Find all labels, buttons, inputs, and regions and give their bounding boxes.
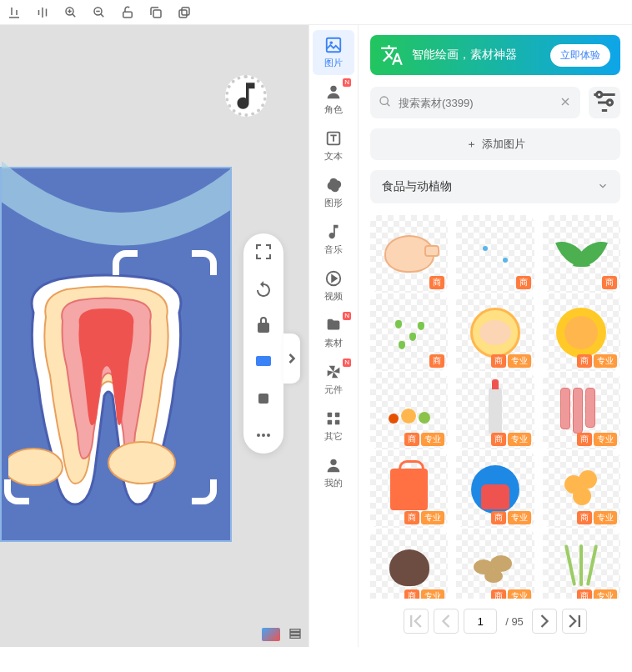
image-icon bbox=[324, 36, 343, 54]
zoom-out-icon[interactable] bbox=[92, 5, 107, 20]
svg-point-11 bbox=[262, 434, 265, 437]
nav-item-text[interactable]: 文本 bbox=[313, 123, 354, 168]
filter-button[interactable] bbox=[589, 87, 620, 118]
asset-item[interactable]: 商专业 bbox=[543, 450, 620, 528]
add-image-button[interactable]: ＋ 添加图片 bbox=[370, 128, 620, 160]
rotate-icon[interactable] bbox=[253, 278, 273, 298]
asset-item[interactable]: 商专业 bbox=[456, 293, 534, 371]
asset-badge: 商 bbox=[429, 276, 444, 289]
nav-item-role[interactable]: 角色N bbox=[313, 77, 354, 122]
svg-rect-8 bbox=[256, 356, 271, 366]
pinwheel-icon bbox=[324, 363, 343, 381]
expand-handle[interactable] bbox=[283, 333, 300, 384]
page-last-button[interactable] bbox=[562, 609, 587, 634]
nav-item-video[interactable]: 视频 bbox=[313, 263, 354, 308]
top-toolbar bbox=[0, 0, 632, 25]
asset-item[interactable]: 商专业 bbox=[370, 529, 448, 599]
page-first-button[interactable] bbox=[404, 609, 429, 634]
align-bottom-icon[interactable] bbox=[7, 5, 22, 20]
asset-item[interactable]: 商 bbox=[370, 293, 448, 371]
timeline-bar bbox=[0, 624, 308, 645]
asset-item[interactable]: 商专业 bbox=[456, 372, 534, 449]
svg-rect-22 bbox=[335, 413, 340, 418]
asset-item[interactable]: 商 bbox=[456, 215, 534, 293]
asset-badge: 商 bbox=[491, 511, 506, 524]
scene-thumb-icon[interactable] bbox=[262, 628, 280, 641]
asset-item[interactable]: 商专业 bbox=[456, 529, 534, 599]
banner-cta-button[interactable]: 立即体验 bbox=[550, 44, 610, 67]
asset-badge: 商 bbox=[577, 589, 592, 599]
align-center-v-icon[interactable] bbox=[35, 5, 50, 20]
asset-badge: 商 bbox=[491, 433, 506, 446]
page-total: / 95 bbox=[502, 615, 527, 628]
ai-banner: 智能绘画，素材神器 立即体验 bbox=[370, 35, 620, 75]
asset-grid: 商商商商商专业商专业商专业商专业商专业商专业商专业商专业商专业商专业商专业 bbox=[370, 215, 620, 599]
asset-badge: 专业 bbox=[421, 511, 444, 524]
svg-point-27 bbox=[597, 92, 602, 97]
asset-badge: 商 bbox=[404, 511, 419, 524]
nav-item-mine[interactable]: 我的 bbox=[313, 450, 354, 495]
zoom-in-icon[interactable] bbox=[63, 5, 78, 20]
svg-point-7 bbox=[108, 442, 175, 484]
scene-list-icon[interactable] bbox=[288, 627, 302, 643]
svg-rect-14 bbox=[290, 632, 300, 634]
asset-badge: 专业 bbox=[508, 354, 531, 368]
svg-point-17 bbox=[329, 41, 333, 44]
asset-item[interactable]: 商专业 bbox=[543, 372, 620, 449]
page-input[interactable] bbox=[464, 609, 497, 634]
search-input[interactable] bbox=[399, 97, 559, 109]
nav-item-image[interactable]: 图片 bbox=[313, 30, 354, 75]
page-next-button[interactable] bbox=[532, 609, 557, 634]
nav-item-component[interactable]: 元件N bbox=[313, 357, 354, 402]
display-icon[interactable] bbox=[253, 352, 273, 372]
svg-rect-24 bbox=[335, 420, 340, 425]
right-panel: 智能绘画，素材神器 立即体验 ＋ 添加图片 食品与动植物 商商商商商专业商专业商… bbox=[359, 25, 632, 647]
lock-icon[interactable] bbox=[253, 315, 273, 335]
svg-rect-2 bbox=[123, 12, 133, 18]
chevron-down-icon bbox=[597, 180, 609, 194]
svg-rect-15 bbox=[290, 635, 300, 638]
asset-item[interactable]: 商专业 bbox=[543, 293, 620, 371]
unlock-icon[interactable] bbox=[120, 5, 135, 20]
svg-rect-4 bbox=[182, 8, 189, 15]
canvas-area[interactable] bbox=[0, 25, 308, 647]
nav-item-other[interactable]: 其它 bbox=[313, 404, 354, 449]
asset-item[interactable]: 商 bbox=[370, 215, 448, 293]
svg-point-18 bbox=[330, 86, 336, 92]
more-icon[interactable] bbox=[253, 425, 273, 445]
frame-corner-tl bbox=[113, 250, 138, 275]
copy-icon[interactable] bbox=[148, 5, 163, 20]
nav-item-music[interactable]: 音乐 bbox=[313, 217, 354, 262]
svg-point-25 bbox=[330, 459, 336, 465]
asset-badge: 商 bbox=[491, 589, 506, 599]
asset-badge: 商 bbox=[577, 511, 592, 524]
asset-item[interactable]: 商专业 bbox=[370, 372, 448, 449]
new-badge: N bbox=[343, 359, 351, 367]
svg-rect-21 bbox=[328, 413, 333, 418]
asset-item[interactable]: 商专业 bbox=[456, 450, 534, 528]
new-badge: N bbox=[343, 78, 351, 87]
side-nav: 图片角色N文本图形音乐视频素材N元件N其它我的 bbox=[308, 25, 359, 647]
asset-item[interactable]: 商 bbox=[543, 215, 620, 293]
paste-icon[interactable] bbox=[177, 5, 192, 20]
category-select[interactable]: 食品与动植物 bbox=[370, 170, 620, 203]
clear-icon[interactable] bbox=[559, 95, 572, 111]
asset-item[interactable]: 商专业 bbox=[543, 529, 620, 599]
page-prev-button[interactable] bbox=[434, 609, 459, 634]
layers-icon[interactable] bbox=[253, 389, 273, 409]
text-icon bbox=[324, 129, 343, 148]
frame-corner-bl bbox=[4, 479, 29, 504]
asset-badge: 商 bbox=[429, 354, 444, 368]
search-icon bbox=[379, 95, 392, 111]
asset-item[interactable]: 商专业 bbox=[370, 450, 448, 528]
fullscreen-icon[interactable] bbox=[253, 242, 273, 262]
nav-item-asset[interactable]: 素材N bbox=[313, 310, 354, 355]
nav-item-shape[interactable]: 图形 bbox=[313, 170, 354, 215]
svg-rect-5 bbox=[179, 10, 187, 18]
tooth-illustration bbox=[8, 271, 204, 521]
asset-badge: 商 bbox=[577, 433, 592, 446]
music-bubble[interactable] bbox=[225, 75, 267, 117]
asset-badge: 专业 bbox=[594, 433, 617, 446]
floating-toolbar bbox=[243, 233, 283, 454]
asset-badge: 专业 bbox=[594, 511, 617, 524]
